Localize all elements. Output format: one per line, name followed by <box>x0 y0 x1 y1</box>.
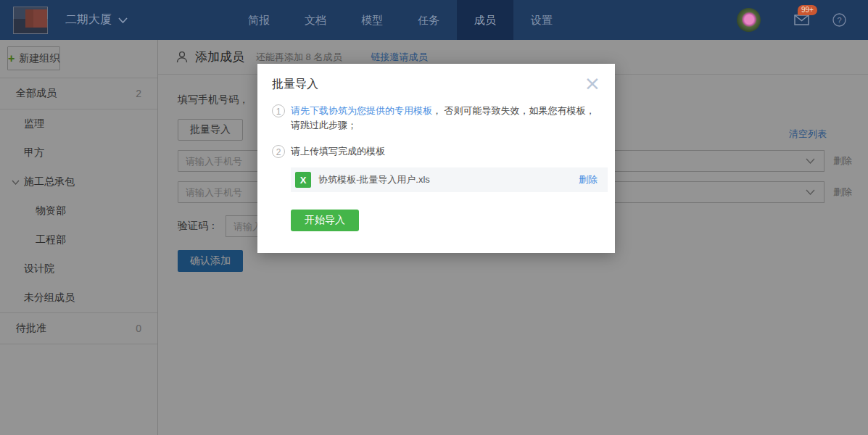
question-mark-icon: ? <box>832 13 846 27</box>
step-download-template: 1 请先下载协筑为您提供的专用模板， 否则可能导致失效，如果您有模板，请跳过此步… <box>272 104 600 133</box>
chevron-down-icon <box>118 17 128 23</box>
user-avatar[interactable] <box>737 8 761 32</box>
step-number-badge: 2 <box>272 145 285 158</box>
step-number-badge: 1 <box>272 104 285 117</box>
project-switcher[interactable]: 二期大厦 <box>65 12 128 28</box>
nav-tab-members[interactable]: 成员 <box>457 0 513 40</box>
project-thumbnail-image[interactable] <box>13 7 48 34</box>
step-upload-template: 2 请上传填写完成的模板 <box>272 144 600 159</box>
nav-tab-documents[interactable]: 文档 <box>287 0 344 40</box>
navbar-right: 99+ ? <box>737 8 846 32</box>
help-button[interactable]: ? <box>832 13 846 27</box>
modal-title: 批量导入 <box>272 75 318 92</box>
download-template-link[interactable]: 请先下载协筑为您提供的专用模板 <box>291 105 432 116</box>
messages-button[interactable]: 99+ <box>794 14 809 25</box>
project-name: 二期大厦 <box>65 12 112 28</box>
start-import-button[interactable]: 开始导入 <box>291 210 359 231</box>
batch-import-modal: 批量导入 × 1 请先下载协筑为您提供的专用模板， 否则可能导致失效，如果您有模… <box>257 64 615 253</box>
top-navbar: 二期大厦 简报 文档 模型 任务 成员 设置 99+ ? <box>0 0 868 40</box>
close-icon[interactable]: × <box>584 75 600 91</box>
modal-header: 批量导入 × <box>272 75 600 92</box>
unread-count-badge: 99+ <box>798 5 817 15</box>
nav-tab-settings[interactable]: 设置 <box>513 0 570 40</box>
uploaded-file-name: 协筑模板-批量导入用户.xls <box>318 173 430 186</box>
excel-file-icon: X <box>295 172 311 188</box>
main-nav: 简报 文档 模型 任务 成员 设置 <box>231 0 570 40</box>
nav-tab-models[interactable]: 模型 <box>344 0 400 40</box>
page-body: + 新建组织 全部成员 2 监理 甲方 施工总承包 物资部 工程部 设计院 <box>0 40 868 435</box>
nav-tab-briefing[interactable]: 简报 <box>231 0 287 40</box>
uploaded-file-row: X 协筑模板-批量导入用户.xls 删除 <box>291 167 608 192</box>
step-text: 请上传填写完成的模板 <box>291 144 595 159</box>
svg-text:?: ? <box>837 16 841 25</box>
step-text: 请先下载协筑为您提供的专用模板， 否则可能导致失效，如果您有模板，请跳过此步骤； <box>291 104 595 133</box>
delete-file-link[interactable]: 删除 <box>579 173 598 186</box>
nav-tab-tasks[interactable]: 任务 <box>400 0 457 40</box>
envelope-icon <box>794 14 809 25</box>
